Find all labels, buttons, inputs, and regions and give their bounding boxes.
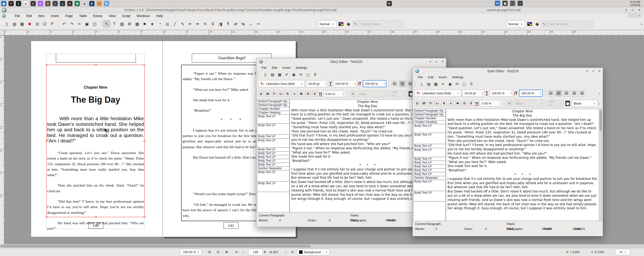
toolbar-button[interactable]: ▦ [134,20,141,28]
edit-in-preview-icon[interactable]: ✎ [352,21,358,27]
outline-text-icon[interactable]: O [306,91,311,97]
zoom-out-button[interactable]: ⊖ [206,249,212,255]
font-select[interactable]: TF Liberation Sans Bold ∨ [258,80,305,87]
menu-item[interactable]: File [259,65,269,70]
paragraph-style-row[interactable]: Body Text LP [414,157,446,161]
menu-item[interactable]: Table [76,14,90,18]
editor-tool-button[interactable]: ▤ [270,71,276,78]
scale-width-spinner[interactable]: 100.00 % ▴▾ [363,80,386,87]
paragraph-style-row[interactable]: Body Text LP [257,151,289,155]
toolbar-button[interactable]: ▧ [118,20,126,28]
taskbar-app-icon[interactable]: ≣ [52,0,58,7]
resize-handle[interactable] [46,64,47,66]
paragraph-style-row[interactable]: Section Separator [257,167,289,170]
toolbar-button[interactable]: ¶ [224,20,232,28]
taskbar-app-icon[interactable]: K [88,0,95,7]
menu-item[interactable]: Page [62,14,76,18]
page-number-field[interactable]: 148 [248,249,263,255]
menu-item[interactable]: View [106,14,119,18]
toolbar-button[interactable]: ╱ [172,20,178,28]
toolbar-button[interactable]: ✂ [76,20,83,28]
editor-tool-button[interactable]: ▢ [305,71,311,78]
toolbar-button[interactable]: ↷ [68,20,75,28]
menu-item[interactable]: File [12,14,23,18]
last-page-button[interactable]: ⇥ [289,249,295,255]
font-size-spinner[interactable]: 24.00 pt ▴▾ [306,80,328,87]
underline-words-icon[interactable]: W̲ [265,91,270,97]
mdi-window-button[interactable]: ◇ [633,14,637,18]
layer-select[interactable]: Background ∨ [297,249,330,255]
subscript-icon[interactable]: L1 [278,91,284,97]
tray-icon[interactable]: ♪ [518,1,523,6]
paragraph-style-row[interactable]: Body Text LP [414,124,446,133]
subscript-icon[interactable]: L1 [435,101,440,106]
fill-color-select[interactable]: Black ∨ [572,100,597,107]
small-caps-icon[interactable]: ᴋ [448,101,454,106]
scrollbar-thumb[interactable] [0,245,311,247]
vision-defect-select[interactable]: Normal Vision∨ [359,20,404,28]
zoom-level-spinner[interactable]: 100.00 % ▴▾ [180,249,202,255]
paragraph-style-row[interactable]: Body Text LP [414,168,446,172]
scale-height-spinner[interactable]: 100.00 % ▴▾ [333,80,357,87]
paragraph-style-row[interactable]: Chapter Heading [414,120,446,124]
menu-item[interactable]: Edit [269,65,280,70]
window-button[interactable]: ∧ [592,69,594,73]
align-left-button[interactable] [391,81,398,87]
toolbar-button[interactable]: ▣ [83,20,90,28]
window-button[interactable]: ∨ [625,8,627,12]
toolbar-button[interactable]: ⊟ [34,20,41,28]
paragraph-style-row[interactable]: Body Text LP [414,191,446,201]
stroke-color-select[interactable]: Black ∨ [357,90,389,97]
align-center-button[interactable] [556,90,562,97]
toolbar-button[interactable]: ▤ [11,20,18,28]
outline-text-icon[interactable]: O [462,101,467,106]
toolbar-button[interactable]: ✖ [26,20,33,28]
font-select[interactable]: TF Liberation Sans Bold ∨ [414,90,461,97]
page-number-frame[interactable]: 140 [88,222,103,229]
paragraph-style-row[interactable]: Body Text LP [257,182,289,192]
paragraph-style-row[interactable]: Body Text LP [257,155,289,159]
editor-tool-button[interactable]: ▢ [461,81,467,87]
paragraph-style-row[interactable]: Section Separator [414,176,446,180]
window-button[interactable]: ∨ [586,69,588,73]
taskbar-app-icon[interactable]: ◗ [96,0,102,7]
stroke-shade-select[interactable]: 100 % ∨ [390,90,407,97]
paragraph-style-row[interactable]: Default Paragraph Sty [257,100,289,103]
taskbar-app-icon[interactable]: ✎ [103,0,110,7]
taskbar-app-icon[interactable]: K [37,0,44,7]
vertical-scrollbar[interactable] [599,109,602,221]
ruler-origin-corner[interactable] [0,30,4,35]
menu-item[interactable]: File [415,75,426,79]
menu-item[interactable]: Insert [436,75,450,79]
menu-item[interactable]: Help [153,14,166,18]
resize-handle[interactable] [46,216,47,218]
editor-tool-button[interactable]: ✔ [284,71,290,78]
align-force-justify-button[interactable] [579,90,585,97]
paragraph-style-row[interactable]: Body Text LP [257,115,289,124]
preview-quality-select-2[interactable]: Normal∨ [506,20,526,28]
toolbar-button[interactable]: P [49,20,56,28]
toolbar-button[interactable]: ⚙ [126,20,133,28]
style-editor-titlebar[interactable]: Style Editor - Text229 ∨∧✕ [413,68,603,74]
underline-icon[interactable]: U̲ [414,101,420,106]
underline-icon[interactable]: U̲ [258,91,264,97]
toolbar-button[interactable]: ↖ [103,20,110,28]
align-justify-button[interactable] [571,90,578,97]
paragraph-style-row[interactable]: Body Text LP [257,148,289,151]
resize-handle[interactable] [95,216,96,218]
toolbar-button[interactable]: ■ [141,20,148,28]
window-button[interactable]: ∨ [429,60,432,63]
scale-width-spinner[interactable]: 100.00 % ▴▾ [519,90,543,97]
strikethrough-icon[interactable]: Ɵ [455,101,460,106]
taskbar-app-icon[interactable]: ⚙ [74,0,80,7]
taskbar-app-icon[interactable]: a [81,0,88,7]
toolbar-button[interactable]: ↔ [247,20,254,28]
unit-select[interactable]: in ▴▾ [615,249,630,255]
vision-defect-select-2[interactable]: Normal Vision∨ [548,20,593,28]
mdi-window-button[interactable]: ✕ [638,14,642,18]
row-overflow-icon[interactable]: › [599,101,601,106]
all-caps-icon[interactable]: K [442,101,447,106]
editor-tool-button[interactable]: ⚲ [468,81,474,87]
scrollbar-thumb[interactable] [600,110,602,130]
next-page-button[interactable]: → [282,249,288,255]
